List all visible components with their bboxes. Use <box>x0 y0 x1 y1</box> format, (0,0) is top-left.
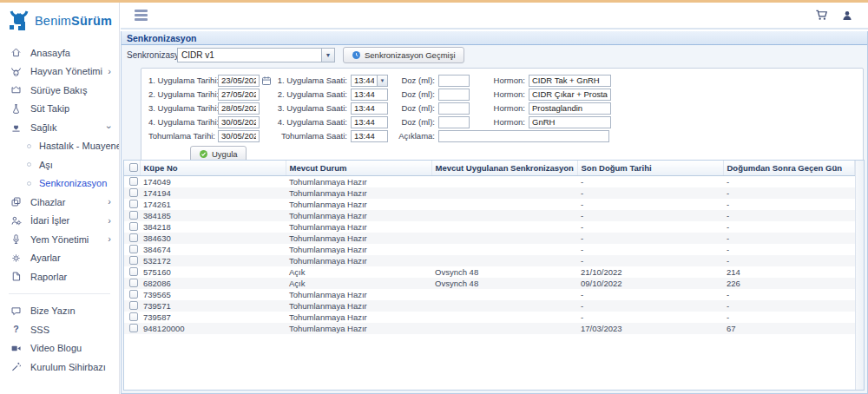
table-row[interactable]: 174049Tohumlanmaya Hazır-- <box>124 175 855 187</box>
time-dropdown-icon[interactable]: ▼ <box>377 75 388 87</box>
date-input-5[interactable] <box>218 130 260 142</box>
user-icon[interactable] <box>841 10 853 22</box>
sidebar-item-s-t-takip[interactable]: Süt Takip <box>0 100 119 119</box>
table-row[interactable]: 682086AçıkOvsynch 4809/10/2022226 <box>124 278 855 289</box>
sync-form: 1. Uygulama Tarihi:1. Uygulama Saati:▼Do… <box>141 68 864 167</box>
column-header-5[interactable]: Doğumdan Sonra Geçen Gün <box>723 161 855 175</box>
table-row[interactable]: 575160AçıkOvsynch 4821/10/2022214 <box>124 266 855 278</box>
herd-icon <box>10 83 23 96</box>
time-input-5[interactable] <box>351 130 388 142</box>
time-input-3[interactable] <box>351 102 388 115</box>
row-checkbox[interactable] <box>129 222 138 231</box>
sidebar-subitem-a-[interactable]: Aşı <box>0 155 119 174</box>
table-cell <box>431 255 577 266</box>
time-input-4[interactable] <box>351 116 388 128</box>
table-cell <box>431 244 577 255</box>
row-checkbox[interactable] <box>129 279 138 287</box>
table-row[interactable]: 174261Tohumlanmaya Hazır-- <box>124 199 855 210</box>
row-checkbox[interactable] <box>129 188 138 197</box>
sidebar-item-video-blogu[interactable]: Video Blogu <box>0 339 119 358</box>
sidebar-item-s-r-ye-bak-[interactable]: Sürüye Bakış <box>0 81 119 100</box>
hormone-input-4[interactable] <box>529 116 611 128</box>
dose-input-4[interactable] <box>438 116 470 128</box>
select-all-checkbox[interactable] <box>129 163 138 172</box>
sidebar-item-sa-l-k[interactable]: Sağlık› <box>0 118 119 137</box>
hormone-input-2[interactable] <box>529 89 611 101</box>
time-input-2[interactable] <box>351 89 388 101</box>
sidebar-item-bize-yaz-n[interactable]: Bize Yazın <box>0 302 119 321</box>
table-cell: 384630 <box>140 233 286 244</box>
table-row[interactable]: 739587Tohumlanmaya Hazır-- <box>124 312 855 323</box>
table-row[interactable]: 384185Tohumlanmaya Hazır-- <box>124 210 855 221</box>
row-checkbox[interactable] <box>129 211 138 220</box>
row-checkbox[interactable] <box>129 301 138 310</box>
row-checkbox[interactable] <box>129 324 138 332</box>
row-checkbox[interactable] <box>129 245 138 253</box>
sidebar-item-anasayfa[interactable]: Anasayfa <box>0 43 119 62</box>
dose-input-3[interactable] <box>438 102 470 115</box>
row-checkbox[interactable] <box>129 312 138 321</box>
grid-header-row: Küpe NoMevcut DurumMevcut Uygulanan Senk… <box>124 161 855 175</box>
date-input-4[interactable] <box>218 116 260 128</box>
table-row[interactable]: 384218Tohumlanmaya Hazır-- <box>124 221 855 233</box>
column-header-2[interactable]: Mevcut Durum <box>286 161 431 175</box>
table-cell: 174049 <box>140 175 286 187</box>
calendar-icon[interactable] <box>260 76 274 86</box>
table-cell: 682086 <box>140 278 286 289</box>
sidebar-subitem-senkronizasyon[interactable]: Senkronizasyon <box>0 174 119 194</box>
row-checkbox[interactable] <box>129 200 138 208</box>
table-row[interactable]: 532172Tohumlanmaya Hazır-- <box>124 255 855 266</box>
checkbox-column-header[interactable] <box>124 161 140 175</box>
page-title: Senkronizasyon <box>127 33 197 43</box>
hormone-input-1[interactable] <box>529 75 611 87</box>
sidebar-item-hayvan-y-netimi[interactable]: Hayvan Yönetimi› <box>0 62 119 82</box>
sidebar-item-i-dari-i-ler[interactable]: İdari İşler› <box>0 212 119 231</box>
table-cell: - <box>577 233 723 244</box>
table-cell: 09/10/2022 <box>577 278 723 289</box>
sidebar-item-raporlar[interactable]: Raporlar <box>0 267 119 286</box>
row-checkbox[interactable] <box>129 267 138 276</box>
sidebar-item-kurulum-sihirbaz-[interactable]: Kurulum Sihirbazı <box>0 358 119 377</box>
time-input-1[interactable] <box>351 75 377 87</box>
row-checkbox[interactable] <box>129 290 138 299</box>
sidebar-item-ayarlar[interactable]: Ayarlar <box>0 249 119 268</box>
dose-label: Doz (ml): <box>388 89 438 99</box>
row-checkbox[interactable] <box>129 177 138 186</box>
sidebar-item-cihazlar[interactable]: Cihazlar› <box>0 193 119 212</box>
date-input-2[interactable] <box>218 89 260 101</box>
main-content: Senkronizasyon Senkronizasyon: CIDR v1 ▼… <box>121 31 868 394</box>
column-header-1[interactable]: Küpe No <box>140 161 286 175</box>
dose-input-1[interactable] <box>438 75 470 87</box>
app-logo[interactable]: BenimSürüm <box>0 3 119 39</box>
note-input[interactable] <box>438 130 609 142</box>
date-input-3[interactable] <box>218 102 260 115</box>
row-checkbox[interactable] <box>129 256 138 265</box>
table-cell: Tohumlanmaya Hazır <box>286 221 431 233</box>
grid-scrollbar[interactable] <box>855 161 864 390</box>
date-label: Tohumlama Tarihi: <box>148 131 218 141</box>
sidebar-item-sss[interactable]: ?SSS <box>0 320 119 339</box>
table-cell: Tohumlanmaya Hazır <box>286 175 431 187</box>
table-row[interactable]: 384630Tohumlanmaya Hazır-- <box>124 233 855 244</box>
dose-input-2[interactable] <box>438 89 470 101</box>
table-row[interactable]: 174194Tohumlanmaya Hazır-- <box>124 187 855 199</box>
menu-toggle-button[interactable] <box>132 7 150 23</box>
cart-icon[interactable] <box>815 9 828 22</box>
sync-history-button[interactable]: Senkronizasyon Geçmişi <box>343 47 464 63</box>
sidebar-item-yem-y-netimi[interactable]: Yem Yönetimi› <box>0 230 119 249</box>
table-row[interactable]: 948120000Tohumlanmaya Hazır17/03/202367 <box>124 323 855 334</box>
table-row[interactable]: 739565Tohumlanmaya Hazır-- <box>124 289 855 300</box>
hormone-input-3[interactable] <box>529 102 611 115</box>
table-cell: Tohumlanmaya Hazır <box>286 255 431 266</box>
column-header-3[interactable]: Mevcut Uygulanan Senkronizasyon <box>431 161 577 175</box>
bullet-icon <box>27 144 31 148</box>
date-input-1[interactable] <box>218 75 260 87</box>
sync-select-value: CIDR v1 <box>181 50 214 60</box>
sync-select[interactable]: CIDR v1 ▼ <box>177 48 335 62</box>
table-cell: 739571 <box>140 300 286 312</box>
table-row[interactable]: 384674Tohumlanmaya Hazır-- <box>124 244 855 255</box>
sidebar-subitem-hastal-k-muayene[interactable]: Hastalık - Muayene <box>0 137 119 156</box>
row-checkbox[interactable] <box>129 233 138 242</box>
table-row[interactable]: 739571Tohumlanmaya Hazır-- <box>124 300 855 312</box>
column-header-4[interactable]: Son Doğum Tarihi <box>577 161 723 175</box>
